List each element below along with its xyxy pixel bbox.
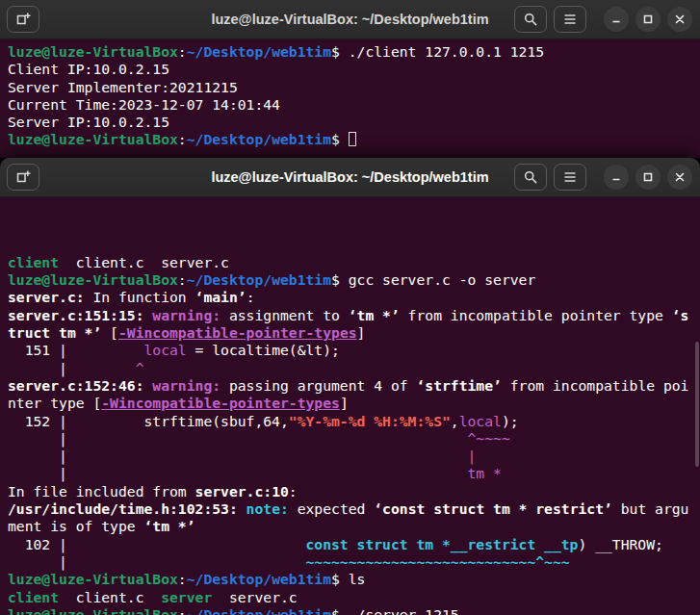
terminal-text [143, 307, 152, 323]
terminal-text: , [451, 413, 459, 429]
terminal-text: warning: [152, 377, 220, 394]
terminal-text: nter type [ [8, 395, 101, 411]
terminal-line: ment is of type ‘tm *’ [8, 518, 700, 535]
menu-button[interactable] [554, 164, 586, 191]
terminal-text: $ [331, 131, 349, 147]
terminal-text: 152 | strftime(sbuf,64, [8, 413, 289, 429]
terminal-text: tm * [67, 465, 502, 481]
terminal-text: ~/Desktop/web1tim [187, 606, 331, 615]
new-tab-button[interactable] [7, 164, 39, 191]
terminal-line: /usr/include/time.h:102:53: note: expect… [8, 500, 700, 518]
terminal-text: ‘tm *’ [349, 307, 400, 323]
terminal-text: const struct tm *__restrict __tp [306, 536, 579, 552]
terminal-text: ‘s [672, 307, 689, 323]
terminal-text: : [178, 571, 187, 587]
terminal-line: nter type [-Wincompatible-pointer-types] [8, 395, 700, 412]
text-cursor [349, 132, 356, 146]
search-button[interactable] [514, 6, 547, 33]
menu-button[interactable] [554, 6, 586, 33]
new-tab-icon [15, 12, 31, 27]
terminal-line: luze@luze-VirtualBox:~/Desktop/web1tim$ … [8, 43, 700, 61]
terminal-text: | [8, 448, 67, 464]
search-icon [523, 169, 538, 185]
new-tab-icon [15, 169, 31, 185]
terminal-line: | tm * [8, 465, 700, 482]
terminal-text: | [8, 553, 67, 570]
terminal-text: $ ls [331, 571, 365, 587]
minimize-button[interactable] [604, 165, 629, 190]
terminal-line: luze@luze-VirtualBox:~/Desktop/web1tim$ … [8, 571, 700, 588]
terminal-line: luze@luze-VirtualBox:~/Desktop/web1tim$ … [8, 271, 700, 289]
terminal-text: Server Implementer:20211215 [8, 79, 238, 95]
terminal-text: client [8, 589, 59, 605]
terminal-text: ‘const struct tm * restrict’ [374, 500, 612, 517]
terminal-text: : [246, 289, 255, 305]
terminal-line: Current Time:2023-12-07 14:01:44 [8, 96, 700, 114]
new-tab-button[interactable] [7, 6, 39, 33]
terminal-text: server.c [212, 589, 297, 605]
maximize-icon [642, 171, 654, 183]
titlebar[interactable]: luze@luze-VirtualBox: ~/Desktop/web1tim [0, 158, 700, 197]
menu-icon [562, 169, 578, 185]
terminal-text: server.c:10 [195, 483, 289, 500]
terminal-text: ‘main’ [195, 289, 246, 305]
minimize-icon [610, 171, 622, 183]
terminal-text: "%Y-%m-%d %H:%M:%S" [289, 413, 451, 429]
maximize-button[interactable] [635, 7, 661, 32]
close-button[interactable] [667, 165, 692, 190]
terminal-text: note: [246, 500, 289, 517]
terminal-text: assignment to [220, 307, 349, 323]
terminal-text: ); [502, 413, 519, 429]
close-button[interactable] [667, 7, 692, 32]
terminal-text: client.c [59, 589, 161, 605]
titlebar[interactable]: luze@luze-VirtualBox: ~/Desktop/web1tim [0, 0, 700, 39]
terminal-text: ] [357, 324, 366, 341]
terminal-text: = localtime(&lt); [187, 342, 340, 358]
terminal-line: 102 | const struct tm *__restrict __tp) … [8, 536, 700, 553]
terminal-line: 151 | local = localtime(&lt); [8, 342, 700, 359]
close-icon [674, 13, 686, 25]
terminal-text: server.c:152:46: [8, 377, 143, 394]
terminal-text: 151 | [8, 342, 143, 358]
terminal-output[interactable]: client client.c server.cluze@luze-Virtua… [0, 197, 700, 615]
terminal-text: In file included from [8, 483, 195, 500]
scrollbar-thumb[interactable] [695, 342, 699, 467]
terminal-text: : [289, 483, 298, 500]
terminal-text: | [8, 465, 67, 481]
terminal-text: $ ./client 127.0.0.1 1215 [331, 43, 544, 60]
terminal-text: but argu [612, 500, 689, 517]
terminal-line: client client.c server server.c [8, 589, 700, 606]
terminal-text: passing argument 4 of [220, 377, 416, 394]
terminal-text: local [143, 342, 186, 358]
minimize-icon [610, 13, 622, 25]
terminal-line: | ^~~~~ [8, 430, 700, 448]
terminal-text: warning: [152, 307, 220, 323]
terminal-text: truct tm *’ [8, 324, 101, 341]
minimize-button[interactable] [604, 7, 629, 32]
terminal-line: | ^ [8, 360, 700, 377]
maximize-button[interactable] [635, 165, 661, 190]
terminal-text: luze@luze-VirtualBox [8, 571, 178, 587]
terminal-line: | | [8, 448, 700, 465]
terminal-text: $ gcc server.c -o server [331, 271, 535, 288]
terminal-text: Current Time:2023-12-07 14:01:44 [8, 96, 280, 113]
search-button[interactable] [514, 164, 547, 191]
terminal-line: | ~~~~~~~~~~~~~~~~~~~~~~~~~~~^~~~ [8, 553, 700, 571]
terminal-text: client [8, 254, 59, 270]
terminal-text: ^~~~~ [67, 430, 510, 447]
terminal-line: server.c:152:46: warning: passing argume… [8, 377, 700, 395]
terminal-line: Server Implementer:20211215 [8, 79, 700, 96]
close-icon [674, 171, 686, 183]
terminal-text: 102 | [8, 536, 306, 552]
terminal-text: -Wincompatible-pointer-types [118, 324, 357, 341]
terminal-output[interactable]: luze@luze-VirtualBox:~/Desktop/web1tim$ … [0, 39, 700, 158]
terminal-line: 152 | strftime(sbuf,64,"%Y-%m-%d %H:%M:%… [8, 413, 700, 430]
terminal-line: truct tm *’ [-Wincompatible-pointer-type… [8, 324, 700, 342]
terminal-window-top: luze@luze-VirtualBox: ~/Desktop/web1tim [0, 0, 700, 158]
terminal-line: Server IP:10.0.2.15 [8, 114, 700, 131]
terminal-text: Server IP:10.0.2.15 [8, 114, 169, 130]
terminal-text: ~~~~~~~~~~~~~~~~~~~~~~~~~~~^~~~ [67, 553, 570, 570]
terminal-text: expected [289, 500, 374, 517]
maximize-icon [642, 13, 654, 25]
terminal-line: In file included from server.c:10: [8, 483, 700, 500]
